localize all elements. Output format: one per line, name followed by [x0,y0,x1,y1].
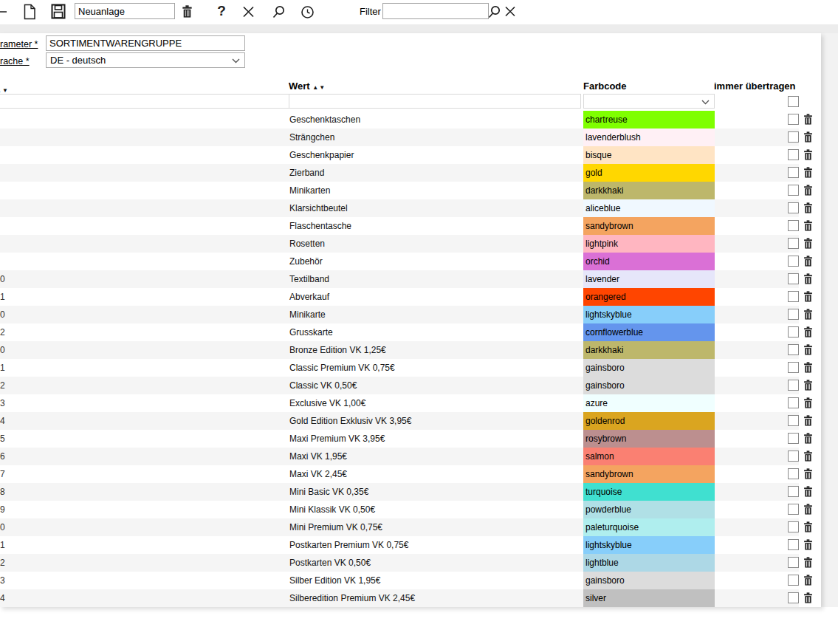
row-immer-checkbox[interactable] [788,256,799,267]
close-icon[interactable] [242,6,255,18]
row-farbcode-swatch: gainsboro [583,377,715,394]
table-row: 1 Postkarten Premium VK 0,75€ lightskybl… [0,536,821,554]
row-immer-checkbox[interactable] [788,592,799,603]
row-delete-button[interactable] [803,185,814,196]
row-immer-checkbox[interactable] [788,380,799,391]
row-delete-button[interactable] [803,362,814,374]
row-immer-checkbox[interactable] [788,309,799,320]
row-delete-button[interactable] [803,521,814,533]
row-immer-checkbox[interactable] [788,468,799,479]
record-name-input[interactable] [75,3,175,19]
sprache-select[interactable]: DE - deutsch [46,52,245,68]
row-immer-checkbox[interactable] [788,539,799,550]
row-delete-button[interactable] [803,380,814,391]
row-delete-button[interactable] [803,167,814,179]
row-immer-checkbox[interactable] [788,149,799,160]
row-immer-checkbox[interactable] [788,415,799,426]
row-immer-checkbox[interactable] [788,167,799,178]
filter-clear-icon[interactable] [504,6,516,17]
row-delete-button[interactable] [803,114,814,126]
row-immer-checkbox[interactable] [788,273,799,284]
row-delete-button[interactable] [803,433,814,445]
row-immer-checkbox[interactable] [788,185,799,196]
chevron-down-icon [701,100,710,105]
sort-icons[interactable]: ▲▼ [0,87,9,94]
row-wert: Exclusive VK 1,00€ [289,394,365,412]
row-delete-button[interactable] [803,131,814,143]
wert-column-filter-input[interactable] [289,94,581,109]
new-document-icon[interactable] [23,4,36,20]
row-immer-checkbox[interactable] [788,326,799,338]
row-delete-button[interactable] [803,557,814,569]
row-delete-button[interactable] [803,291,814,303]
table-row: 0 Minikarte lightskyblue [0,306,821,323]
row-immer-checkbox[interactable] [788,291,799,302]
row-delete-button[interactable] [803,592,814,604]
row-farbcode-swatch: lavender [583,270,715,288]
row-immer-checkbox[interactable] [788,504,799,515]
row-immer-checkbox[interactable] [788,362,799,373]
row-immer-checkbox[interactable] [788,575,799,586]
search-icon[interactable] [272,5,286,19]
row-delete-button[interactable] [803,256,814,267]
row-immer-checkbox[interactable] [788,344,799,355]
farbcode-column-filter-select[interactable] [583,94,715,109]
row-immer-checkbox[interactable] [788,131,799,143]
row-delete-button[interactable] [803,220,814,232]
row-delete-button[interactable] [803,202,814,214]
row-key: 3 [0,394,5,412]
row-delete-button[interactable] [803,539,814,551]
row-delete-button[interactable] [803,344,814,356]
row-immer-checkbox[interactable] [788,433,799,444]
row-immer-checkbox[interactable] [788,238,799,249]
row-wert: Bronze Edition VK 1,25€ [289,341,386,359]
row-wert: Postkarten Premium VK 0,75€ [289,536,408,554]
row-delete-button[interactable] [803,486,814,498]
row-immer-checkbox[interactable] [788,486,799,497]
table-row: 3 Exclusive VK 1,00€ azure [0,394,821,412]
row-farbcode-swatch: silver [583,589,715,607]
delete-icon[interactable] [182,5,193,18]
row-delete-button[interactable] [803,149,814,161]
row-wert: Mini Basic VK 0,35€ [289,483,368,501]
back-icon[interactable] [0,6,8,18]
row-delete-button[interactable] [803,326,814,338]
row-immer-checkbox[interactable] [788,521,799,532]
row-delete-button[interactable] [803,504,814,515]
row-farbcode-swatch: sandybrown [583,217,715,235]
row-delete-button[interactable] [803,468,814,480]
row-delete-button[interactable] [803,309,814,321]
row-delete-button[interactable] [803,397,814,409]
filter-input[interactable] [382,3,489,19]
sort-icons[interactable]: ▲▼ [312,84,326,91]
row-immer-checkbox[interactable] [788,397,799,408]
immer-uebertragen-filter-checkbox[interactable] [788,96,799,107]
row-key: 1 [0,536,5,554]
save-icon[interactable] [51,4,66,19]
column-header-key[interactable]: ▲▼ [0,83,9,95]
row-wert: Classic Premium VK 0,75€ [289,359,395,377]
parameter-input[interactable] [46,35,245,51]
row-wert: Minikarte [289,306,326,323]
row-key: 8 [0,483,5,501]
help-icon[interactable]: ? [215,1,228,21]
row-key: 2 [0,554,5,572]
history-icon[interactable] [300,5,315,19]
row-immer-checkbox[interactable] [788,451,799,462]
row-delete-button[interactable] [803,273,814,285]
row-immer-checkbox[interactable] [788,202,799,213]
filter-search-icon[interactable] [487,5,501,19]
table-row: 8 Mini Basic VK 0,35€ turquoise [0,483,821,501]
row-delete-button[interactable] [803,415,814,427]
key-column-filter-input[interactable] [0,94,289,109]
row-immer-checkbox[interactable] [788,220,799,231]
row-delete-button[interactable] [803,451,814,462]
column-header-wert[interactable]: Wert ▲▼ [289,80,326,92]
row-delete-button[interactable] [803,575,814,586]
row-delete-button[interactable] [803,238,814,250]
row-key: 1 [0,288,5,306]
row-key: 0 [0,306,5,323]
row-immer-checkbox[interactable] [788,114,799,125]
row-immer-checkbox[interactable] [788,557,799,568]
chevron-down-icon [232,58,240,64]
